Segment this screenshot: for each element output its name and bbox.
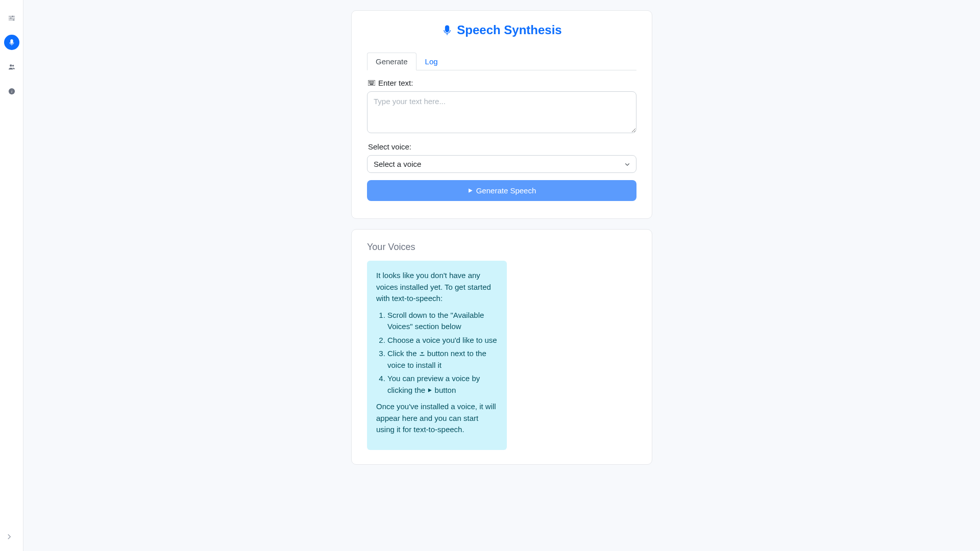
chevron-right-icon: [6, 534, 12, 540]
svg-rect-16: [370, 84, 374, 85]
sidebar-item-settings[interactable]: [4, 10, 19, 26]
sidebar-item-info[interactable]: i: [4, 84, 19, 99]
text-input-label-text: Enter text:: [378, 79, 413, 87]
voice-select-wrap: Select a voice: [367, 155, 636, 173]
alert-step: Scroll down to the "Available Voices" se…: [387, 310, 498, 333]
play-icon: [468, 188, 473, 193]
voice-select-label-text: Select voice:: [368, 142, 411, 151]
users-icon: [8, 63, 15, 70]
svg-rect-8: [369, 81, 370, 82]
play-icon: [427, 388, 432, 393]
download-icon: [419, 350, 425, 356]
tab-generate[interactable]: Generate: [367, 53, 416, 70]
alert-outro: Once you've installed a voice, it will a…: [376, 401, 498, 436]
voice-select-value: Select a voice: [374, 160, 421, 168]
tab-label: Log: [425, 57, 438, 66]
info-icon: i: [8, 88, 15, 95]
text-input[interactable]: [367, 91, 636, 133]
sidebar-item-users[interactable]: [4, 59, 19, 74]
svg-point-3: [10, 64, 12, 66]
synthesis-card: Speech Synthesis Generate Log Enter text…: [351, 10, 652, 219]
generate-speech-button[interactable]: Generate Speech: [367, 180, 636, 201]
main-content: Speech Synthesis Generate Log Enter text…: [23, 0, 980, 551]
alert-step: Click the button next to the voice to in…: [387, 348, 498, 371]
generate-button-label: Generate Speech: [476, 186, 536, 195]
microphone-icon: [8, 39, 15, 46]
svg-text:i: i: [11, 89, 12, 94]
page-title-text: Speech Synthesis: [457, 23, 561, 37]
svg-rect-12: [369, 83, 370, 84]
alert-steps: Scroll down to the "Available Voices" se…: [376, 310, 498, 396]
tab-bar: Generate Log: [367, 53, 636, 70]
sliders-icon: [8, 14, 15, 21]
microphone-icon: [442, 24, 453, 36]
alert-step: Choose a voice you'd like to use: [387, 335, 498, 346]
svg-rect-11: [373, 81, 374, 82]
svg-rect-14: [372, 83, 373, 84]
sidebar-item-synthesis[interactable]: [4, 35, 19, 50]
svg-rect-13: [370, 83, 371, 84]
voice-select[interactable]: Select a voice: [367, 155, 636, 173]
svg-point-2: [13, 19, 14, 21]
alert-step: You can preview a voice by clicking the …: [387, 373, 498, 396]
your-voices-title: Your Voices: [367, 242, 636, 253]
tab-label: Generate: [376, 57, 408, 66]
voice-select-label: Select voice:: [368, 142, 636, 151]
svg-rect-10: [372, 81, 373, 82]
alert-intro: It looks like you don't have any voices …: [376, 270, 498, 305]
svg-rect-15: [373, 83, 374, 84]
sidebar-expand-toggle[interactable]: [6, 533, 12, 542]
keyboard-icon: [368, 80, 375, 86]
svg-rect-9: [370, 81, 371, 82]
no-voices-alert: It looks like you don't have any voices …: [367, 261, 507, 450]
svg-point-1: [10, 17, 11, 19]
sidebar: i: [0, 0, 23, 551]
tab-log[interactable]: Log: [416, 53, 447, 70]
svg-point-0: [12, 16, 13, 17]
page-title: Speech Synthesis: [367, 23, 636, 37]
svg-point-4: [12, 65, 14, 67]
text-input-label: Enter text:: [368, 79, 636, 87]
your-voices-card: Your Voices It looks like you don't have…: [351, 229, 652, 465]
